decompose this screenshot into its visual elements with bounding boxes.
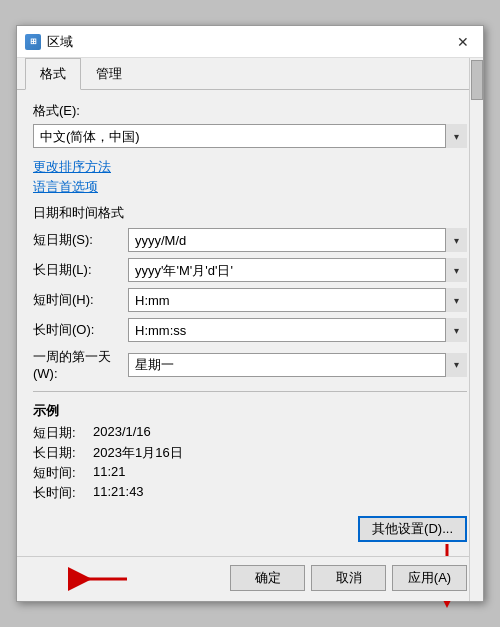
cancel-button[interactable]: 取消	[311, 565, 386, 591]
tab-manage[interactable]: 管理	[81, 58, 137, 90]
long-date-row: 长日期(L): yyyy'年'M'月'd'日' ▾	[33, 258, 467, 282]
window-icon-text: ⊞	[30, 37, 37, 46]
short-date-select-wrapper: yyyy/M/d ▾	[128, 228, 467, 252]
apply-button[interactable]: 应用(A)	[392, 565, 467, 591]
first-day-select-wrapper: 星期一 ▾	[128, 353, 467, 377]
short-date-row: 短日期(S): yyyy/M/d ▾	[33, 228, 467, 252]
short-time-select-wrapper: H:mm ▾	[128, 288, 467, 312]
long-date-select[interactable]: yyyy'年'M'月'd'日'	[128, 258, 467, 282]
ok-button[interactable]: 确定	[230, 565, 305, 591]
long-date-label: 长日期(L):	[33, 261, 128, 279]
long-time-label: 长时间(O):	[33, 321, 128, 339]
language-prefs-link[interactable]: 语言首选项	[33, 178, 467, 196]
example-long-time-label: 长时间:	[33, 484, 93, 502]
long-time-select-wrapper: H:mm:ss ▾	[128, 318, 467, 342]
other-settings-button[interactable]: 其他设置(D)...	[358, 516, 467, 542]
title-bar: ⊞ 区域 ✕	[17, 26, 483, 58]
window-icon: ⊞	[25, 34, 41, 50]
short-time-label: 短时间(H):	[33, 291, 128, 309]
tab-bar: 格式 管理	[17, 58, 483, 90]
example-long-date-value: 2023年1月16日	[93, 444, 183, 462]
example-short-date-label: 短日期:	[33, 424, 93, 442]
first-day-row: 一周的第一天(W): 星期一 ▾	[33, 348, 467, 381]
window-title: 区域	[47, 33, 73, 51]
short-date-select[interactable]: yyyy/M/d	[128, 228, 467, 252]
dialog-window: ⊞ 区域 ✕ 格式 管理 格式(E): 中文(简体，中国) ▾ 更改排序方法 语…	[16, 25, 484, 602]
example-short-date-row: 短日期: 2023/1/16	[33, 424, 467, 442]
example-title: 示例	[33, 402, 467, 420]
close-button[interactable]: ✕	[451, 30, 475, 54]
long-date-select-wrapper: yyyy'年'M'月'd'日' ▾	[128, 258, 467, 282]
first-day-select[interactable]: 星期一	[128, 353, 467, 377]
format-select[interactable]: 中文(简体，中国)	[33, 124, 467, 148]
long-time-select[interactable]: H:mm:ss	[128, 318, 467, 342]
format-field-group: 格式(E): 中文(简体，中国) ▾	[33, 102, 467, 148]
content-area: 格式(E): 中文(简体，中国) ▾ 更改排序方法 语言首选项 日期和时间格式 …	[17, 90, 483, 556]
title-bar-left: ⊞ 区域	[25, 33, 73, 51]
example-long-time-row: 长时间: 11:21:43	[33, 484, 467, 502]
tab-format[interactable]: 格式	[25, 58, 81, 90]
format-label: 格式(E):	[33, 102, 467, 120]
short-date-label: 短日期(S):	[33, 231, 128, 249]
section-divider	[33, 391, 467, 392]
red-arrow-left	[72, 567, 127, 591]
example-long-date-row: 长日期: 2023年1月16日	[33, 444, 467, 462]
long-time-row: 长时间(O): H:mm:ss ▾	[33, 318, 467, 342]
example-long-time-value: 11:21:43	[93, 484, 144, 502]
short-time-row: 短时间(H): H:mm ▾	[33, 288, 467, 312]
format-select-wrapper: 中文(简体，中国) ▾	[33, 124, 467, 148]
scrollbar-thumb[interactable]	[471, 60, 483, 100]
short-time-select[interactable]: H:mm	[128, 288, 467, 312]
example-short-time-label: 短时间:	[33, 464, 93, 482]
sort-method-link[interactable]: 更改排序方法	[33, 158, 467, 176]
scrollbar[interactable]	[469, 58, 483, 601]
datetime-section-title: 日期和时间格式	[33, 204, 467, 222]
example-short-date-value: 2023/1/16	[93, 424, 151, 442]
example-section: 示例 短日期: 2023/1/16 长日期: 2023年1月16日 短时间: 1…	[33, 402, 467, 502]
example-short-time-value: 11:21	[93, 464, 126, 482]
button-row: 确定 取消 应用(A)	[17, 556, 483, 601]
example-long-date-label: 长日期:	[33, 444, 93, 462]
first-day-label: 一周的第一天(W):	[33, 348, 128, 381]
example-short-time-row: 短时间: 11:21	[33, 464, 467, 482]
